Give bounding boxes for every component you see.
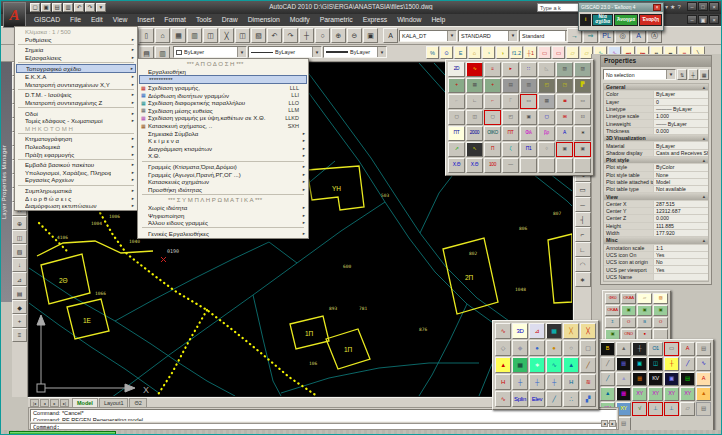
toolbar-button[interactable]: ⌂ <box>155 28 170 43</box>
layout-tab[interactable]: Layout1 <box>99 398 129 407</box>
menu-item[interactable]: D.T.M. - Ισοϋψείς ▸ <box>16 91 136 99</box>
palette-icon[interactable]: ▲ <box>616 372 631 386</box>
palette-icon[interactable]: ▭ <box>520 94 537 109</box>
palette-icon[interactable]: Χ.Θ <box>466 158 483 173</box>
property-row[interactable]: General <box>604 84 708 91</box>
qat-button[interactable]: ▣ <box>41 3 51 12</box>
property-row[interactable]: Center X 287.515 <box>604 201 708 208</box>
menu-item[interactable]: Ε.Κ.Χ.Α ▸ <box>16 73 136 81</box>
menubar-item[interactable]: GISCAD <box>29 14 65 26</box>
draw-tool-button[interactable]: ⊕ <box>12 216 27 230</box>
infocenter-icon[interactable]: ? <box>677 3 680 12</box>
palette-icon[interactable]: ≋ <box>580 374 596 390</box>
submenu-item[interactable]: ▦ Διόρθωση ιδιοτήτων γραμμών LLI <box>139 91 307 99</box>
property-value[interactable]: Yes <box>654 267 708 273</box>
toolbar-button[interactable]: ⊖ <box>347 28 362 43</box>
submenu-item[interactable]: ▦ Σχεδίαση γραμμής με ύψη,καθέτων σε Χ.Θ… <box>139 114 307 122</box>
qat-button[interactable]: ▾ <box>96 3 106 12</box>
menubar-item[interactable]: Insert <box>132 14 159 26</box>
palette-icon[interactable]: ╱ <box>680 357 695 371</box>
tab-scroll-button[interactable]: ◂ <box>40 399 49 407</box>
palette-icon[interactable]: ▲ <box>563 357 579 373</box>
property-row[interactable]: Plot table attached to Model <box>604 179 708 186</box>
property-row[interactable]: UCS icon at origin No <box>604 259 708 266</box>
palette-icon[interactable]: A <box>556 126 573 141</box>
menubar-item[interactable]: Dimension <box>243 14 285 26</box>
qat-button[interactable]: ↶ <box>74 3 84 12</box>
submenu-item[interactable]: ▦ Κατασκευή σχήματος, .. SXH <box>139 122 307 130</box>
draw-tool-button[interactable]: ≡ <box>12 328 27 342</box>
text-style-icon[interactable]: A <box>383 28 398 43</box>
toolbar-button[interactable]: ╳ <box>219 28 234 43</box>
color-combo[interactable]: ByLayer▼ <box>173 46 247 58</box>
toolbar-button[interactable]: ⊕ <box>331 28 346 43</box>
menubar-item[interactable]: Format <box>159 14 191 26</box>
modify-tool-button[interactable]: ┤ <box>575 212 591 227</box>
palette-icon[interactable]: ╳ <box>580 323 596 339</box>
giscad-tool-button[interactable]: ◔ <box>482 46 495 59</box>
submenu-item[interactable]: Γραμμές (Κτίσματα,Όρια,Δρόμοι) ▸ <box>139 163 307 171</box>
modify-tool-button[interactable]: ∗ <box>575 272 591 287</box>
property-row[interactable]: Linetype ——— ByLayer <box>604 106 708 113</box>
palette-icon[interactable]: ▲ <box>495 357 511 373</box>
toolbar-button[interactable]: ▧ <box>251 28 266 43</box>
palette-icon[interactable]: ⌐ <box>484 94 501 109</box>
giscad-tool-button[interactable]: ▱ <box>566 46 579 59</box>
palette-icon[interactable]: ΟΚΑΑ <box>621 293 636 304</box>
giscad-tool-button[interactable]: ┼1 <box>524 46 537 59</box>
palette-icon[interactable] <box>556 158 573 173</box>
giscad-dialog-button[interactable]: Άνοιγμα <box>614 14 638 26</box>
submenu-item[interactable]: *** Σ Υ Μ Π Λ Η Ρ Ω Μ Α Τ Ι Κ Α *** <box>139 196 307 204</box>
palette-icon[interactable]: O1 <box>648 342 663 356</box>
palette-icon[interactable]: ┼ <box>664 357 679 371</box>
property-row[interactable]: Plot style table None <box>604 172 708 179</box>
modify-tool-button[interactable]: ⌐ <box>575 227 591 242</box>
menubar-item[interactable]: Tools <box>191 14 217 26</box>
property-row[interactable]: Shadow display Casts and Receives Shadow… <box>604 150 708 157</box>
infocenter-icon[interactable]: ▾ <box>665 3 668 12</box>
toolbar-button[interactable]: ◫ <box>203 28 218 43</box>
modify-tool-button[interactable]: ▭ <box>575 182 591 197</box>
palette-icon[interactable]: Elev <box>529 391 545 407</box>
selection-combo[interactable]: No selection▼ <box>603 69 676 80</box>
palette-icon[interactable]: ▦ <box>546 323 562 339</box>
draw-tool-button[interactable]: ▤ <box>12 286 27 300</box>
palette-icon[interactable]: ΦΚ0 <box>605 293 620 304</box>
palette-icon[interactable]: ▲ <box>616 342 631 356</box>
palette-icon[interactable]: ∿ <box>546 357 562 373</box>
menu-item[interactable]: Πολεοδομικά ▸ <box>16 143 136 151</box>
palette-icon[interactable]: ╱ <box>546 391 562 407</box>
toolbar-button[interactable]: ▦ <box>171 28 186 43</box>
property-value[interactable]: Yes <box>654 252 708 258</box>
palette-icon[interactable] <box>520 158 537 173</box>
palette-icon[interactable]: Π1 <box>520 142 537 157</box>
palette-icon[interactable]: ≣ <box>556 94 573 109</box>
palette-icon[interactable]: ⊿ <box>529 323 545 339</box>
palette-icon[interactable]: ▭ <box>664 342 679 356</box>
modify-tool-button[interactable]: ◠ <box>575 257 591 272</box>
draw-tool-button[interactable]: + <box>12 314 27 328</box>
qat-button[interactable]: ▤ <box>52 3 62 12</box>
palette-icon[interactable]: Splin <box>512 391 528 407</box>
menubar-item[interactable]: Window <box>392 14 426 26</box>
palette-icon[interactable]: ▢ <box>448 110 465 125</box>
palette-icon[interactable]: XY <box>680 387 695 401</box>
palette-icon[interactable]: ⊞ <box>556 110 573 125</box>
toolbar-button[interactable]: ↷ <box>283 28 298 43</box>
dim-style-combo[interactable]: STANDARD▼ <box>458 30 518 42</box>
property-value[interactable]: ——— ByLayer <box>654 106 708 112</box>
palette-icon[interactable]: KV <box>648 372 663 386</box>
palette-icon[interactable]: ◳ <box>556 78 573 93</box>
palette-icon[interactable]: ┼ <box>512 374 528 390</box>
menubar-item[interactable]: View <box>108 14 133 26</box>
palette-icon[interactable]: A <box>696 372 711 386</box>
palette-icon[interactable]: ΠΤ <box>448 126 465 141</box>
menu-item[interactable]: Υπολογισμοί, Χαράξεις, Πληροφορίες ▸ <box>16 169 136 177</box>
menu-item[interactable]: Ρυθμίσεις ▸ <box>16 36 136 44</box>
palette-icon[interactable]: H <box>495 374 511 390</box>
palette-icon[interactable]: Γ <box>502 94 519 109</box>
property-value[interactable]: 0 <box>654 99 708 105</box>
toolbar-button[interactable]: ◫ <box>235 28 250 43</box>
palette-icon[interactable]: ▣ <box>664 372 679 386</box>
property-row[interactable]: Thickness 0.000 <box>604 128 708 135</box>
